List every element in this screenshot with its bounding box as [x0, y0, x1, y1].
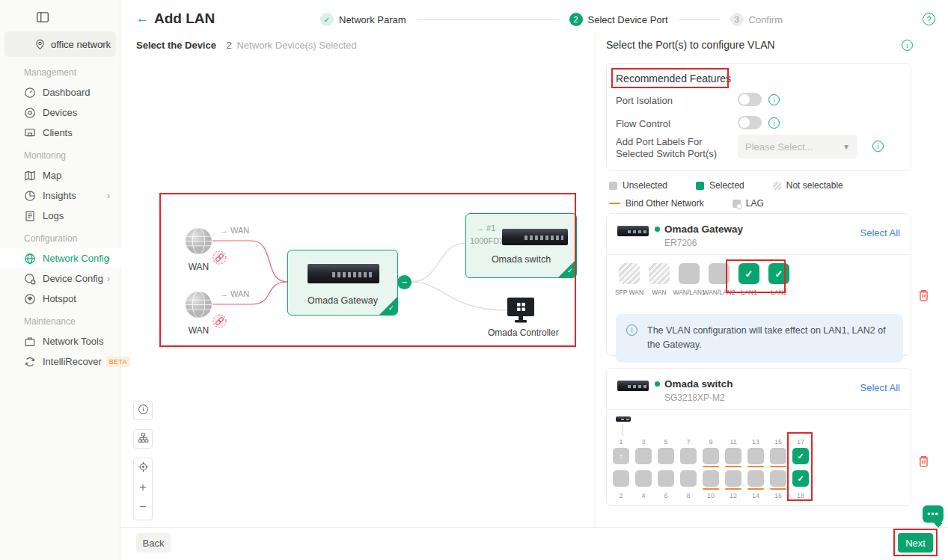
port-isolation-toggle[interactable] — [738, 93, 762, 106]
chevron-right-icon: › — [107, 274, 110, 284]
switch-port-10[interactable] — [703, 470, 719, 487]
gateway-port-square-wan-lan2[interactable] — [709, 263, 730, 284]
switch-port-5[interactable] — [658, 448, 674, 464]
sidebar-item-network-config[interactable]: Network Config› — [0, 248, 120, 268]
switch-port-8[interactable] — [680, 470, 697, 487]
step-connector — [417, 19, 559, 20]
switch-port-number: 13 — [752, 437, 759, 446]
chat-bubble-icon[interactable]: ••• — [923, 505, 944, 523]
switch-port-column: 1↑2 — [613, 437, 629, 500]
gateway-port-label: WAN — [652, 289, 667, 296]
switch-port-3[interactable] — [635, 448, 652, 464]
back-button[interactable]: Back — [136, 533, 171, 553]
sidebar-item-network-tools[interactable]: Network Tools — [0, 331, 120, 351]
wan-globe-icon[interactable] — [185, 227, 212, 255]
sidebar-item-logs[interactable]: Logs — [0, 206, 120, 226]
back-arrow-icon[interactable]: ← — [136, 11, 149, 26]
vlan-info-message: i The VLAN configuration will take effec… — [616, 314, 903, 363]
flow-control-label: Flow Control — [616, 118, 670, 129]
switch-port-number: 10 — [707, 491, 715, 500]
sidebar-item-device-config[interactable]: Device Config› — [0, 268, 120, 289]
switch-port-number: 5 — [664, 437, 667, 446]
gateway-port-wan: WAN — [649, 263, 670, 296]
switch-port-18[interactable]: ✓ — [792, 470, 809, 487]
site-selector[interactable]: office network ▼ — [4, 31, 116, 57]
sidebar-item-label: Hotspot — [43, 293, 76, 304]
switch-port-4[interactable] — [635, 470, 652, 487]
topology-info-button[interactable] — [133, 401, 153, 420]
sidebar-item-insights[interactable]: Insights› — [0, 185, 120, 206]
switch-port-number: 14 — [752, 491, 759, 500]
sidebar-section-label: Maintenance — [0, 309, 120, 331]
step-3-label: Confirm — [749, 14, 783, 25]
port-panel-title: Select the Port(s) to configure VLAN — [606, 39, 775, 51]
panel-collapse-icon — [36, 13, 49, 26]
switch-port-11[interactable] — [725, 448, 741, 464]
port-labels-select[interactable]: Please Select... ▼ — [738, 135, 857, 159]
device-select-summary: Select the Device 2 Network Device(s) Se… — [136, 40, 357, 51]
port-state-legend: UnselectedSelectedNot selectableBind Oth… — [609, 180, 935, 209]
uplink-connector — [623, 424, 623, 436]
switch-port-12[interactable] — [725, 470, 741, 487]
topology-layout-button[interactable] — [133, 429, 153, 449]
gateway-port-square-lan2[interactable]: ✓ — [768, 263, 789, 284]
gateway-card-name: Omada Gateway — [655, 224, 743, 235]
sidebar-item-hotspot[interactable]: Hotspot — [0, 289, 120, 309]
gateway-port-square-lan1[interactable]: ✓ — [738, 263, 759, 284]
sidebar-item-map[interactable]: Map — [0, 165, 120, 185]
legend-item-unselected: Unselected — [609, 180, 667, 191]
switch-port-13[interactable] — [747, 448, 764, 464]
hotspot-icon — [24, 293, 36, 305]
switch-port-9[interactable] — [703, 448, 719, 464]
locate-button[interactable] — [133, 458, 153, 478]
delete-switch-button[interactable] — [917, 455, 930, 468]
switch-port-2[interactable] — [613, 470, 629, 487]
switch-port-7[interactable] — [680, 448, 697, 464]
legend-label: Not selectable — [786, 180, 843, 191]
switch-port-15[interactable] — [770, 448, 786, 464]
gateway-port-square-wan — [649, 263, 670, 284]
sidebar-item-intellirecover[interactable]: IntelliRecoverBETA — [0, 351, 120, 372]
topology-collapse-node[interactable]: − — [397, 275, 412, 289]
switch-port-1[interactable]: ↑ — [613, 448, 629, 464]
chevron-down-icon: ▼ — [100, 40, 107, 49]
info-icon[interactable]: i — [768, 117, 780, 129]
topology-switch-node[interactable]: → #1 1000FDX Omada switch ✓ — [465, 213, 577, 278]
switch-port-number: 11 — [730, 437, 736, 446]
switch-port-14[interactable] — [747, 470, 764, 487]
info-icon[interactable]: i — [872, 141, 884, 152]
topology-gateway-node[interactable]: Omada Gateway ✓ — [287, 250, 398, 316]
sidebar-item-dashboard[interactable]: Dashboard — [0, 82, 120, 102]
sidebar-item-label: Dashboard — [43, 87, 91, 98]
switch-port-number: 2 — [619, 491, 623, 500]
switch-port-6[interactable] — [658, 470, 674, 487]
legend-swatch-lag — [733, 200, 741, 208]
zoom-in-button[interactable]: + — [133, 478, 153, 497]
info-icon[interactable]: i — [902, 40, 913, 51]
wan-globe-icon[interactable] — [185, 291, 212, 319]
legend-swatch-unselected — [609, 182, 617, 190]
location-pin-icon — [34, 39, 46, 50]
sidebar-item-clients[interactable]: Clients — [0, 123, 120, 143]
gateway-thumbnail — [617, 226, 649, 236]
help-icon[interactable]: ? — [923, 13, 935, 25]
gateway-port-square-wan-lan1[interactable] — [679, 263, 700, 284]
next-button[interactable]: Next — [898, 533, 933, 553]
sidebar-collapse-button[interactable] — [36, 10, 51, 25]
switch-port-17[interactable]: ✓ — [792, 448, 809, 464]
step-2-circle: 2 — [569, 13, 583, 26]
info-icon: i — [626, 324, 637, 336]
flow-control-toggle[interactable] — [738, 116, 762, 129]
sidebar-item-devices[interactable]: Devices — [0, 102, 120, 123]
gateway-port-label: SFP WAN — [615, 289, 643, 296]
switch-port-16[interactable] — [770, 470, 786, 487]
switch-select-all-link[interactable]: Select All — [860, 382, 900, 393]
info-icon[interactable]: i — [768, 94, 780, 105]
gateway-select-all-link[interactable]: Select All — [860, 227, 900, 239]
switch-port-number: 9 — [709, 437, 712, 446]
delete-gateway-button[interactable] — [917, 289, 930, 302]
switch-port-number: 3 — [641, 437, 645, 446]
controller-icon[interactable] — [507, 297, 535, 327]
dashboard-icon — [24, 87, 36, 99]
zoom-out-button[interactable]: − — [133, 497, 153, 517]
